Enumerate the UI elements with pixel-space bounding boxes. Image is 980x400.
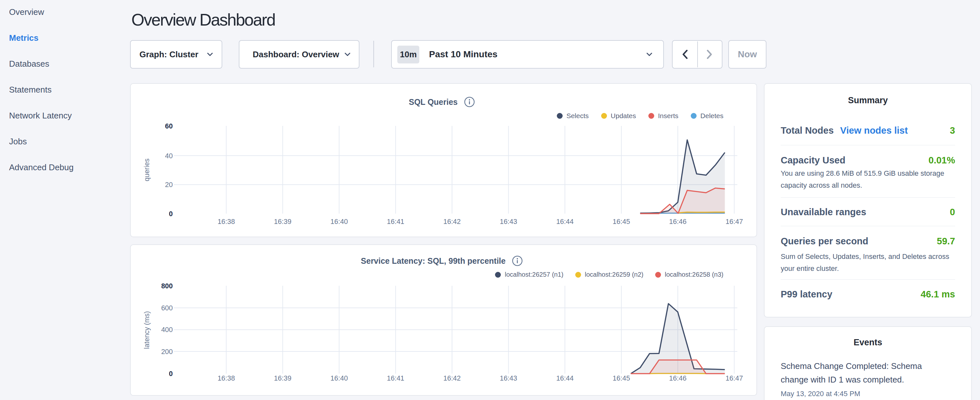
svg-text:16:45: 16:45 xyxy=(613,375,630,382)
svg-text:16:44: 16:44 xyxy=(556,375,574,382)
svg-text:16:39: 16:39 xyxy=(274,375,291,382)
svg-text:16:44: 16:44 xyxy=(556,218,574,226)
svg-text:16:43: 16:43 xyxy=(500,218,517,226)
svg-text:16:47: 16:47 xyxy=(726,375,743,382)
svg-text:40: 40 xyxy=(165,152,173,160)
svg-text:0: 0 xyxy=(169,370,173,378)
svg-text:600: 600 xyxy=(161,304,173,312)
svg-text:16:39: 16:39 xyxy=(274,218,291,226)
svg-text:200: 200 xyxy=(161,348,173,356)
svg-text:16:45: 16:45 xyxy=(613,218,630,226)
svg-text:latency (ms): latency (ms) xyxy=(143,311,151,349)
svg-text:16:46: 16:46 xyxy=(669,375,687,382)
svg-text:16:41: 16:41 xyxy=(387,375,404,382)
svg-text:16:46: 16:46 xyxy=(669,218,687,226)
svg-text:16:38: 16:38 xyxy=(217,218,235,226)
svg-text:16:40: 16:40 xyxy=(330,218,348,226)
svg-text:16:41: 16:41 xyxy=(387,218,404,226)
svg-text:16:47: 16:47 xyxy=(726,218,743,226)
svg-text:16:38: 16:38 xyxy=(217,375,235,382)
svg-text:queries: queries xyxy=(143,159,151,182)
svg-text:16:42: 16:42 xyxy=(443,375,461,382)
svg-text:400: 400 xyxy=(161,326,173,334)
svg-text:16:43: 16:43 xyxy=(500,375,517,382)
svg-text:16:42: 16:42 xyxy=(443,218,461,226)
svg-text:800: 800 xyxy=(161,282,173,290)
svg-text:0: 0 xyxy=(169,210,173,218)
svg-text:60: 60 xyxy=(165,122,173,130)
svg-text:16:40: 16:40 xyxy=(330,375,348,382)
svg-text:20: 20 xyxy=(165,181,173,189)
